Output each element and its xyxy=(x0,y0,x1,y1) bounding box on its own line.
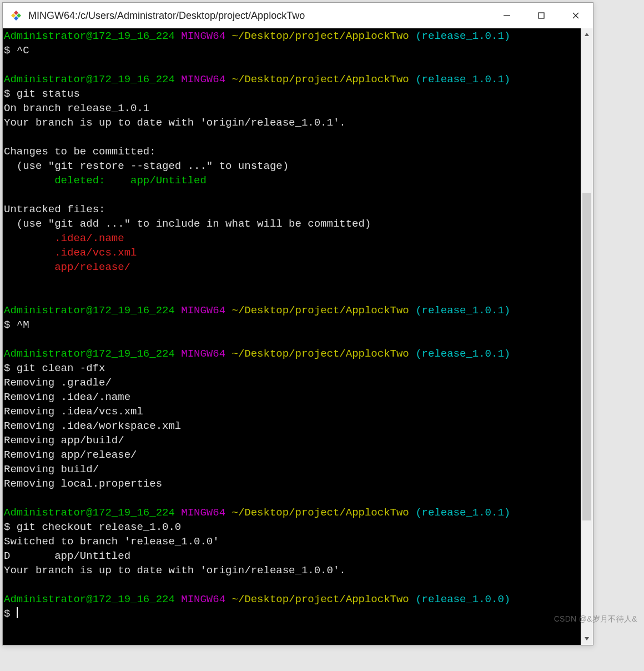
svg-marker-10 xyxy=(585,637,589,640)
terminal-area: Administrator@172_19_16_224 MINGW64 ~/De… xyxy=(3,28,593,645)
scroll-track[interactable] xyxy=(581,41,593,633)
scroll-down-icon[interactable] xyxy=(581,633,593,645)
terminal[interactable]: Administrator@172_19_16_224 MINGW64 ~/De… xyxy=(3,28,581,645)
close-button[interactable] xyxy=(559,3,593,28)
watermark: CSDN @&岁月不待人& xyxy=(554,614,637,624)
titlebar: MINGW64:/c/Users/Administrator/Desktop/p… xyxy=(3,3,593,28)
minimize-button[interactable] xyxy=(490,3,524,28)
svg-marker-9 xyxy=(585,33,589,36)
scrollbar[interactable] xyxy=(581,28,593,645)
svg-marker-2 xyxy=(17,13,21,18)
scroll-thumb[interactable] xyxy=(582,193,591,520)
window-controls xyxy=(490,3,593,28)
svg-marker-3 xyxy=(14,16,18,21)
app-icon xyxy=(9,9,23,22)
window-title: MINGW64:/c/Users/Administrator/Desktop/p… xyxy=(28,10,490,22)
svg-marker-4 xyxy=(11,13,16,18)
svg-marker-1 xyxy=(14,11,18,15)
maximize-button[interactable] xyxy=(524,3,559,28)
scroll-up-icon[interactable] xyxy=(581,28,593,41)
svg-rect-6 xyxy=(539,13,544,18)
app-window: MINGW64:/c/Users/Administrator/Desktop/p… xyxy=(2,2,593,645)
